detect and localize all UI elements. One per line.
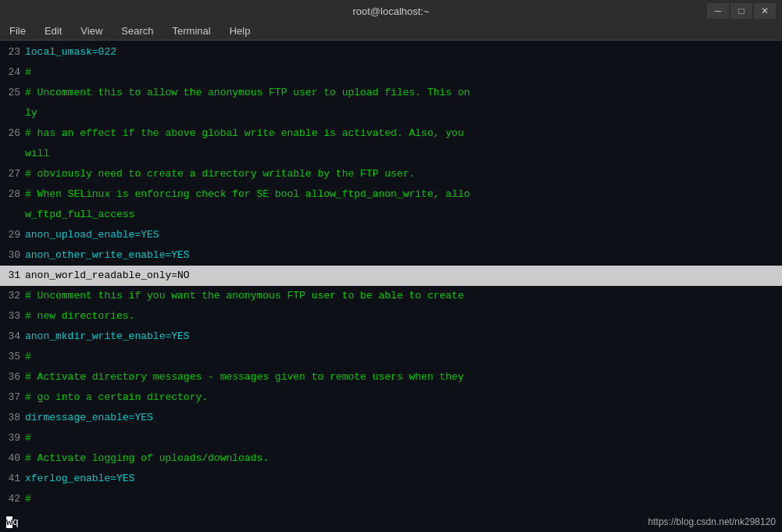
line-content: # obviously need to create a directory w… <box>25 164 782 184</box>
line-content: # <box>25 62 782 83</box>
maximize-button[interactable]: □ <box>730 3 752 19</box>
blog-url: https://blog.csdn.net/nk298120 <box>648 516 776 527</box>
line-content: # <box>25 347 782 367</box>
line-content: local_umask=022 <box>25 42 782 62</box>
line-number: 39 <box>0 428 25 448</box>
table-row: 40# Activate logging of uploads/download… <box>0 448 782 469</box>
line-number: 40 <box>0 448 25 469</box>
menu-help[interactable]: Help <box>220 23 260 38</box>
menu-bar: File Edit View Search Terminal Help <box>0 22 782 41</box>
line-content: # go into a certain directory. <box>25 387 782 408</box>
table-row: 27# obviously need to create a directory… <box>0 164 782 184</box>
table-row: 23local_umask=022 <box>0 42 782 62</box>
line-content: # Activate directory messages - messages… <box>25 367 782 387</box>
line-number: 26 <box>0 123 25 144</box>
line-number: 31 <box>0 266 25 286</box>
table-row: 38dirmessage_enable=YES <box>0 408 782 428</box>
close-button[interactable]: ✕ <box>754 3 776 19</box>
table-row: 35# <box>0 347 782 367</box>
line-number: 28 <box>0 184 25 205</box>
line-content: # <box>25 428 782 448</box>
menu-edit[interactable]: Edit <box>35 23 71 38</box>
line-content: # Activate logging of uploads/downloads. <box>25 448 782 469</box>
menu-view[interactable]: View <box>71 23 112 38</box>
table-row: 39# <box>0 428 782 448</box>
line-content: # When SELinux is enforcing check for SE… <box>25 184 782 225</box>
line-content: anon_mkdir_write_enable=YES <box>25 327 782 347</box>
table-row: 36# Activate directory messages - messag… <box>0 367 782 387</box>
line-content: # new directories. <box>25 306 782 327</box>
line-number: 25 <box>0 83 25 103</box>
line-number: 37 <box>0 387 25 408</box>
line-number: 41 <box>0 469 25 489</box>
line-content: # has an effect if the above global writ… <box>25 123 782 164</box>
line-number: 29 <box>0 225 25 245</box>
line-number: 27 <box>0 164 25 184</box>
table-row: 29anon_upload_enable=YES <box>0 225 782 245</box>
line-content: # <box>25 489 782 509</box>
line-number: 33 <box>0 306 25 327</box>
table-row: 37# go into a certain directory. <box>0 387 782 408</box>
line-number: 38 <box>0 408 25 428</box>
line-content: dirmessage_enable=YES <box>25 408 782 428</box>
line-content: # Uncomment this if you want the anonymo… <box>25 286 782 306</box>
table-row: 26# has an effect if the above global wr… <box>0 123 782 164</box>
terminal-body: 23local_umask=02224#25# Uncomment this t… <box>0 41 782 532</box>
line-number: 24 <box>0 62 25 83</box>
table-row: 33# new directories. <box>0 306 782 327</box>
line-content: anon_world_readable_only=NO <box>25 266 782 286</box>
line-content: anon_other_write_enable=YES <box>25 245 782 266</box>
cursor-indicator: w <box>6 516 12 528</box>
line-number: 34 <box>0 327 25 347</box>
line-number: 36 <box>0 367 25 387</box>
minimize-button[interactable]: ─ <box>707 3 729 19</box>
table-row: 30anon_other_write_enable=YES <box>0 245 782 266</box>
menu-search[interactable]: Search <box>112 23 162 38</box>
line-number: 32 <box>0 286 25 306</box>
line-content: xferlog_enable=YES <box>25 469 782 489</box>
table-row: 42# <box>0 489 782 509</box>
line-content: anon_upload_enable=YES <box>25 225 782 245</box>
table-row: 28# When SELinux is enforcing check for … <box>0 184 782 225</box>
line-number: 23 <box>0 42 25 62</box>
table-row: 41xferlog_enable=YES <box>0 469 782 489</box>
table-row: 25# Uncomment this to allow the anonymou… <box>0 83 782 123</box>
title-bar: root@localhost:~ ─ □ ✕ <box>0 0 782 22</box>
line-content: # Uncomment this to allow the anonymous … <box>25 83 782 123</box>
status-bar: wq https://blog.csdn.net/nk298120 <box>0 512 782 532</box>
menu-file[interactable]: File <box>0 23 35 38</box>
line-number: 30 <box>0 245 25 266</box>
menu-terminal[interactable]: Terminal <box>163 23 220 38</box>
line-number: 42 <box>0 489 25 509</box>
table-row: 32# Uncomment this if you want the anony… <box>0 286 782 306</box>
window-title: root@localhost:~ <box>352 5 429 17</box>
vim-command: wq <box>6 516 19 528</box>
table-row: 34anon_mkdir_write_enable=YES <box>0 327 782 347</box>
table-row: 24# <box>0 62 782 83</box>
table-row: 31anon_world_readable_only=NO <box>0 266 782 286</box>
line-number: 35 <box>0 347 25 367</box>
